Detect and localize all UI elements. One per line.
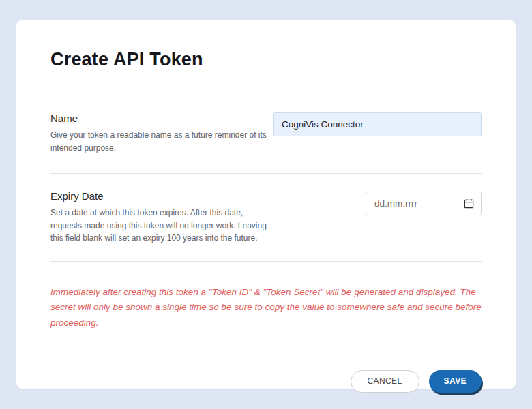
page-title: Create API Token <box>50 49 482 70</box>
divider <box>50 261 482 262</box>
name-field-row: Name Give your token a readable name as … <box>50 112 482 154</box>
divider <box>50 173 482 174</box>
token-name-input[interactable] <box>273 112 482 136</box>
dialog-actions: CANCEL SAVE <box>50 370 482 393</box>
calendar-icon[interactable] <box>464 198 474 209</box>
create-api-token-dialog: Create API Token Name Give your token a … <box>16 20 516 389</box>
name-field-info: Name Give your token a readable name as … <box>50 112 269 154</box>
cancel-button[interactable]: CANCEL <box>351 370 419 393</box>
expiry-field-description: Set a date at which this token expires. … <box>50 207 269 245</box>
expiry-date-placeholder: dd.mm.rrrr <box>374 198 417 209</box>
name-field-label: Name <box>50 112 269 124</box>
expiry-field-label: Expiry Date <box>50 190 269 202</box>
expiry-field-row: Expiry Date Set a date at which this tok… <box>50 190 482 245</box>
name-field-description: Give your token a readable name as a fut… <box>50 129 269 154</box>
save-button[interactable]: SAVE <box>429 370 482 393</box>
token-secret-notice: Immediately after creating this token a … <box>50 285 482 331</box>
expiry-field-info: Expiry Date Set a date at which this tok… <box>50 190 269 245</box>
expiry-date-input[interactable]: dd.mm.rrrr <box>366 192 482 215</box>
